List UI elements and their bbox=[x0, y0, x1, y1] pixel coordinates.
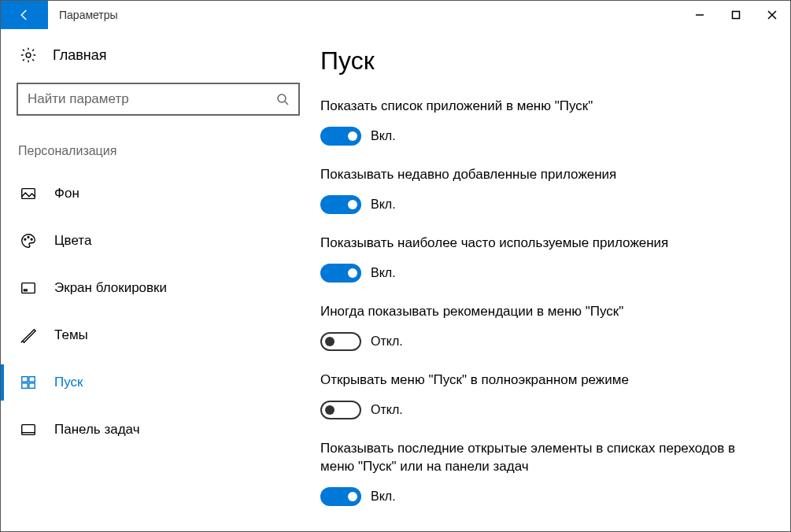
setting-label: Показать список приложений в меню "Пуск" bbox=[320, 98, 767, 116]
svg-rect-7 bbox=[22, 283, 35, 294]
sidebar-item-colors[interactable]: Цвета bbox=[17, 223, 300, 259]
setting-row: Показать список приложений в меню "Пуск"… bbox=[320, 98, 767, 146]
toggle-state: Вкл. bbox=[371, 490, 396, 504]
svg-point-5 bbox=[28, 237, 29, 238]
toggle-state: Вкл. bbox=[371, 266, 396, 280]
toggle-switch[interactable] bbox=[320, 332, 361, 351]
sidebar-item-home[interactable]: Главная bbox=[17, 46, 300, 64]
svg-point-6 bbox=[31, 238, 32, 240]
section-title: Персонализация bbox=[17, 144, 300, 158]
gear-icon bbox=[20, 46, 37, 64]
close-button[interactable] bbox=[754, 1, 790, 29]
home-label: Главная bbox=[53, 47, 107, 64]
main-panel: Пуск Показать список приложений в меню "… bbox=[316, 29, 790, 531]
setting-label: Открывать меню "Пуск" в полноэкранном ре… bbox=[320, 371, 767, 390]
toggle-state: Вкл. bbox=[371, 129, 396, 143]
setting-row: Иногда показывать рекомендации в меню "П… bbox=[320, 303, 767, 351]
search-input[interactable] bbox=[28, 91, 276, 107]
lockscreen-icon bbox=[20, 279, 37, 297]
arrow-left-icon bbox=[17, 8, 31, 22]
brush-icon bbox=[20, 327, 37, 344]
sidebar: Главная Персонализация Фон Цвета Экран б… bbox=[1, 29, 316, 531]
svg-rect-13 bbox=[22, 425, 35, 435]
svg-rect-11 bbox=[22, 383, 28, 388]
toggle-switch[interactable] bbox=[320, 487, 361, 506]
setting-label: Показывать недавно добавленные приложени… bbox=[320, 166, 767, 184]
svg-point-2 bbox=[278, 94, 286, 102]
minimize-icon bbox=[695, 10, 704, 20]
titlebar: Параметры bbox=[1, 1, 790, 29]
back-button[interactable] bbox=[1, 1, 48, 29]
svg-rect-12 bbox=[29, 383, 35, 388]
sidebar-item-label: Темы bbox=[54, 327, 88, 343]
setting-row: Показывать недавно добавленные приложени… bbox=[320, 166, 767, 214]
maximize-icon bbox=[731, 10, 741, 20]
toggle-state: Откл. bbox=[371, 403, 403, 417]
toggle-state: Вкл. bbox=[371, 198, 396, 212]
svg-rect-9 bbox=[22, 377, 28, 382]
setting-row: Показывать последние открытые элементы в… bbox=[320, 440, 767, 506]
setting-label: Показывать последние открытые элементы в… bbox=[320, 440, 767, 476]
window-controls bbox=[682, 1, 790, 29]
sidebar-item-label: Цвета bbox=[54, 233, 91, 249]
sidebar-item-background[interactable]: Фон bbox=[17, 175, 300, 212]
toggle-state: Откл. bbox=[371, 334, 403, 349]
svg-rect-0 bbox=[733, 12, 740, 19]
svg-point-1 bbox=[26, 53, 31, 57]
toggle-switch[interactable] bbox=[320, 401, 361, 419]
close-icon bbox=[767, 10, 777, 20]
page-title: Пуск bbox=[320, 46, 767, 76]
window-title: Параметры bbox=[48, 1, 682, 29]
svg-point-4 bbox=[24, 238, 26, 240]
setting-row: Открывать меню "Пуск" в полноэкранном ре… bbox=[320, 371, 767, 419]
sidebar-item-taskbar[interactable]: Панель задач bbox=[17, 412, 300, 448]
sidebar-item-label: Экран блокировки bbox=[54, 280, 167, 296]
start-icon bbox=[20, 374, 37, 391]
setting-row: Показывать наиболее часто используемые п… bbox=[320, 235, 767, 283]
maximize-button[interactable] bbox=[718, 1, 754, 29]
palette-icon bbox=[20, 232, 37, 249]
taskbar-icon bbox=[20, 421, 37, 438]
svg-rect-10 bbox=[29, 377, 35, 382]
svg-rect-3 bbox=[22, 189, 35, 199]
svg-rect-8 bbox=[24, 290, 28, 291]
search-box[interactable] bbox=[17, 83, 300, 116]
setting-label: Показывать наиболее часто используемые п… bbox=[320, 235, 767, 253]
toggle-switch[interactable] bbox=[320, 264, 361, 283]
sidebar-item-themes[interactable]: Темы bbox=[17, 317, 300, 353]
toggle-switch[interactable] bbox=[320, 127, 361, 146]
sidebar-item-lockscreen[interactable]: Экран блокировки bbox=[17, 270, 300, 306]
image-icon bbox=[20, 185, 37, 202]
sidebar-item-start[interactable]: Пуск bbox=[1, 364, 300, 401]
minimize-button[interactable] bbox=[682, 1, 718, 29]
sidebar-item-label: Фон bbox=[54, 186, 79, 201]
sidebar-item-label: Панель задач bbox=[54, 422, 140, 438]
sidebar-item-label: Пуск bbox=[54, 375, 83, 390]
toggle-switch[interactable] bbox=[320, 195, 361, 214]
setting-label: Иногда показывать рекомендации в меню "П… bbox=[320, 303, 767, 321]
search-icon bbox=[276, 93, 289, 105]
